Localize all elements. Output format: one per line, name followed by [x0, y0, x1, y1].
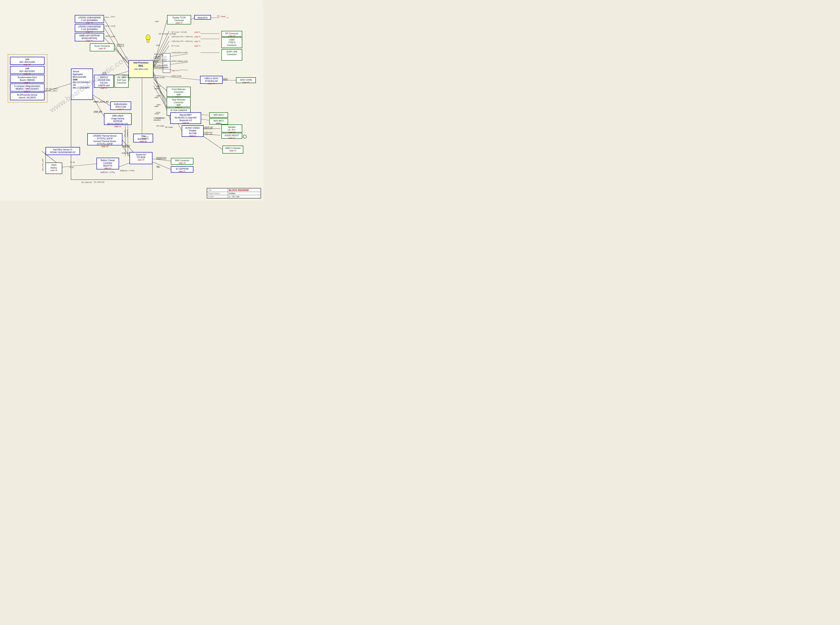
svg-line-51: [93, 97, 104, 117]
battery-block: 40WhBattery page 36: [45, 163, 62, 174]
ecompass-label: E-compass (Magnetometer)MEMSIC / MMC3416…: [14, 85, 40, 90]
touch-connector-label: Touch Connector: [94, 45, 110, 47]
qspi-label: QSPI: [106, 35, 110, 37]
wifi-ant2-block: WIFI ANT2MIMO: [209, 118, 228, 124]
lpddr3-b-label: LPDDR3 2GB/4GB/8GB2 x32 @1600MHz: [78, 25, 101, 31]
plus74v-label: +7.4V: [69, 166, 74, 169]
audio-in-out-block: AUDIO IN/OUT page 41: [221, 133, 242, 139]
dp-connector-block: DP Connector page 43: [221, 31, 242, 37]
ec-eeprom-page: page 37: [172, 170, 192, 173]
usb20-page1: page 43: [194, 36, 201, 38]
svg-line-15: [154, 36, 169, 66]
als-proximity-block: ALS/Proximity-SensorIntersil / ISL29033: [10, 92, 45, 100]
usb20-lpm-usb30-1-label: USB2.0(b) LPM + USB3.0(1): [171, 36, 193, 38]
version: U -- EV 1.90: [228, 195, 261, 198]
system-ec-page: page 36: [131, 159, 151, 161]
svg-line-89: [154, 68, 188, 70]
accel-gyro-label: Accelerometer+GyroBosch / BMI160: [18, 76, 37, 81]
sam-debug-page: page 67,71: [171, 69, 180, 72]
svg-text:2:1: 2:1: [164, 56, 167, 58]
sar-adux1051-block: SARADI / ADUX1051 page 23: [10, 66, 45, 74]
battery-label: 40WhBattery: [51, 164, 57, 169]
svg-text:DP/EC Debug UAR: DP/EC Debug UAR: [171, 60, 188, 62]
front-webcam-block: Front WebcamConnector5MP page 56: [167, 87, 191, 97]
svg-line-85: [154, 62, 163, 63]
usb20-lpm-usb30-2-label: USB2.0(b) LPM + USB3.0(1): [171, 40, 193, 42]
dmic1-label: DMIC1 Onboard: [225, 147, 241, 149]
sar-adux1051-label: SARADI / ADUX1051: [19, 67, 35, 73]
fan-connector-page: page 19: [172, 162, 192, 165]
mipi3-label: MIPI: [155, 106, 158, 107]
svg-line-43: [203, 136, 222, 149]
touch-connector-page: page 30: [92, 47, 113, 50]
svg-text:SAM Debug UAR: SAM Debug UAR: [154, 67, 169, 68]
usb2-sdxc-page: page 48: [202, 82, 221, 85]
sam-bus-label: SAM BUS: [127, 129, 129, 137]
usb3-only-label: USB3 (only): [155, 76, 165, 79]
svg-text:I2C SCL_MCU: I2C SCL_MCU: [45, 88, 58, 90]
svg-text:MIPI: MIPI: [157, 85, 161, 87]
svg-text:CH A: CH A: [111, 16, 115, 18]
usb205-label: USB2.0(5)480Mb/s: [154, 117, 162, 121]
title-box: Title: BLOCK DIAGRAM Project Name: Surfa…: [207, 188, 261, 199]
marvell-page: page 50: [172, 122, 199, 124]
display-tcon-block: Display TCONConnector page 57: [167, 15, 191, 25]
dp4lane-aux-page: page 41: [194, 31, 201, 33]
svg-text:+7.4V: +7.4V: [70, 161, 75, 163]
dmic1-block: DMIC1 Onboard page 41: [222, 146, 243, 154]
usb2-sdxc-label: USB2 to SDXCRTS5304-GR: [204, 77, 219, 82]
intel-label: Intel Processor: [134, 62, 149, 64]
pc-bus-label: PC BUS7488i: [142, 136, 149, 140]
sdio-label: SDIO: [223, 79, 228, 81]
svg-text:HD Audio: HD Audio: [165, 126, 173, 128]
dp4lane-aux-label: DP 4 Lane + AUX(B): [171, 31, 187, 33]
lpddr3-a-page: page 34: [76, 22, 102, 24]
uefi-label: 16MB UEFI EEPROMW25Q128FVPIQ: [79, 34, 99, 39]
svg-line-92: [154, 58, 163, 59]
ch-a-label: CH A: [105, 16, 109, 19]
audio-mic-label: Audio+mic: [203, 133, 213, 135]
system-ec-block: System ECITE 8528 page 36: [129, 152, 152, 164]
svg-line-57: [152, 162, 171, 169]
smbus3-label: SMBUS3: [122, 146, 130, 148]
hall-effect-block: Hall Effect Sensor ICROHM / BU52058GWE-E…: [45, 147, 80, 155]
dmic1-page: page 41: [224, 149, 242, 152]
svg-text:2:1: 2:1: [164, 64, 167, 66]
svg-line-62: [118, 163, 129, 167]
m2-ssd-label: 256/512/1024GB SSDFull sizemSATA card: [98, 76, 110, 87]
pro-dig-label: PRO_DIG: [124, 129, 126, 137]
intel-spec: 15W (BGA1168): [134, 68, 148, 70]
spi-i2c4-label: SPI/I2C4: [116, 44, 124, 45]
anx2875-block: ANX2875: [194, 15, 211, 20]
svg-text:AUX(C)/PCH UART: AUX(C)/PCH UART: [171, 51, 188, 54]
spkr-lr-label: SPKR L/R: [203, 127, 212, 129]
wifi-ant1-block: WIFI ANT1: [209, 112, 228, 118]
marvell-block: Marvell 8897WLAN 802.11 /b/g/n/ACBluetoo…: [170, 112, 201, 124]
spi-label: SPI: [157, 166, 160, 168]
svg-line-59: [62, 164, 96, 167]
mipi2-label: MIPI: [155, 96, 158, 99]
svg-text:HPD/CONFIG1: HPD/CONFIG1: [154, 60, 167, 62]
dp-connector-label: DP Connector: [225, 33, 239, 35]
sam-reflash-label: SAM reflashimage backupEEPROMMX25L4006EZ…: [107, 115, 128, 125]
hd-audio-label: HD Audio: [156, 125, 164, 127]
touch-connector-block: Touch Connector page 30: [90, 44, 115, 51]
svg-line-81: [170, 54, 188, 56]
project-name: Surface: [228, 192, 261, 195]
thermal-sensor-label: LPDDR3 Thermal SensorSTTS751-1DP3FSurren…: [93, 135, 116, 145]
fan-connector-label: FAN Connector: [175, 159, 189, 162]
surf-link-block: SURF LINKConnector: [221, 49, 242, 61]
speaker-label: SpeakerLt/-, R+/-: [228, 126, 236, 131]
sam-spi-label: SAM_SPI: [94, 110, 102, 112]
sam-label: SensorAggregatorMicrocontrollerSAMMKL332…: [73, 70, 90, 89]
hall-effect-label: Hall Effect Sensor ICROHM / BU52058GWE-E…: [50, 149, 75, 154]
sdio-conn-block: SDIO CONN page 43: [236, 77, 256, 83]
sdio-conn-label: SDIO CONN: [240, 79, 252, 81]
surf-link-label: SURF LINKConnector: [227, 51, 237, 56]
auth-block: AuthenticationATECC108 page 31: [110, 101, 131, 110]
intel-processor-block: Intel Processor SKL 15W (BGA1168): [129, 60, 154, 78]
ec-eeprom-label: EC EEPROM: [176, 168, 188, 170]
usb20-page2: page 71: [194, 40, 201, 42]
smbus1-ctrl-label: SMBUS1 + CTRL: [100, 171, 115, 173]
sen-hall-bat-label: SEN_HALL_BAT: [42, 159, 43, 171]
